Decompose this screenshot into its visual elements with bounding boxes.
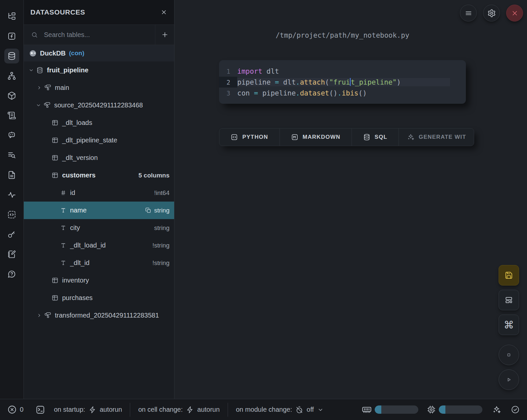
tree-row-inventory[interactable]: inventory [24,272,174,289]
runtime-config-on-module-change[interactable]: on module change:off [236,406,324,414]
save-button[interactable] [499,265,519,286]
chevron-down-icon[interactable] [28,67,36,73]
code-cell[interactable]: 1import dlt2pipeline = dlt.attach("fruit… [219,60,466,104]
close-panel-icon[interactable] [160,9,168,16]
tree-row-main[interactable]: main [24,79,174,96]
rail-item-database[interactable] [4,49,19,63]
schema-icon [44,102,51,109]
rail-item-key[interactable] [4,227,19,242]
chevron-down-icon[interactable] [36,102,44,108]
tree-row-meta: 5 columns [138,172,169,179]
menu-button[interactable] [460,5,477,21]
rail-item-bot[interactable] [4,128,19,143]
search-input[interactable] [38,25,155,45]
notebook-filename[interactable]: /tmp/project/path/my_notebook.py [219,31,466,39]
config-label: on module change: [236,406,292,413]
rail-item-list-search[interactable] [4,148,19,163]
copy-icon[interactable] [145,207,151,213]
tree-row-_dlt_id[interactable]: _dlt_id!string [24,254,174,272]
tree-row-_dlt_loads[interactable]: _dlt_loads [24,114,174,132]
engine-row-duckdb[interactable]: DuckDB (con) [24,45,174,61]
add-cell-button-label: GENERATE WIT [419,134,466,140]
bot-icon [7,131,16,140]
type-icon [60,207,66,213]
error-counter[interactable]: 0 [7,405,23,414]
tree-label: source_202504291112283468 [54,101,143,109]
tree-row-source_202504291112283468[interactable]: source_202504291112283468 [24,96,174,114]
tree-label: purchases [62,294,93,302]
add-cell-button-label: SQL [375,134,388,140]
sparkles-icon [492,405,501,414]
add-cell-sql-button[interactable]: SQL [352,129,398,146]
rail-item-help-circle[interactable] [4,267,19,282]
scroll-text-icon [7,111,16,120]
line-number: 1 [219,66,237,77]
settings-icon [487,9,496,18]
rail-item-function-square[interactable] [4,29,19,44]
rail-item-code-square-dashed[interactable] [4,207,19,222]
tree-row-id[interactable]: id!int64 [24,184,174,202]
tree-row-fruit_pipeline[interactable]: fruit_pipeline [24,61,174,79]
config-label: on cell change: [138,406,183,413]
panel-header: DATASOURCES [24,0,174,25]
add-cell-generate-wit-button[interactable]: GENERATE WIT [398,129,474,146]
tree-label: fruit_pipeline [47,66,89,74]
stop-button[interactable] [499,345,519,365]
rail-item-box[interactable] [4,88,19,103]
tree-row-meta: string [154,224,169,232]
rail-item-network[interactable] [4,68,19,83]
code-line-3: 3con = pipeline.dataset().ibis() [219,88,466,98]
tree-label: inventory [62,277,89,284]
tree-row-name[interactable]: namestring [24,202,174,219]
tree-label: id [70,189,75,197]
close-button[interactable] [506,5,523,21]
add-datasource-button[interactable] [155,25,174,45]
add-cell-python-button[interactable]: PYTHON [219,129,280,146]
runtime-config-on-startup[interactable]: on startup:autorun [54,406,122,414]
layout-icon [505,296,513,304]
terminal-button[interactable] [35,405,45,415]
config-value: autorun [100,406,122,413]
tree-row-transformed_202504291112283581[interactable]: transformed_202504291112283581 [24,307,174,324]
file-text-icon [7,171,16,179]
type-icon [60,260,66,266]
chevron-right-icon[interactable] [36,313,44,318]
chevron-right-icon[interactable] [36,85,44,91]
tree-row-customers[interactable]: customers5 columns [24,167,174,184]
menu-icon [465,9,472,17]
command-button[interactable]: ⌘ [499,315,519,335]
settings-button[interactable] [483,5,500,21]
tree-row-city[interactable]: citystring [24,219,174,237]
add-cell-markdown-button[interactable]: MARKDOWN [280,129,352,146]
sparkles-status-button[interactable] [492,405,501,414]
zap-icon [89,406,96,414]
rail-item-file-text[interactable] [4,168,19,182]
line-number: 2 [219,77,237,88]
code-square-dashed-icon [7,210,16,219]
rail-item-notebook-pen[interactable] [4,247,19,262]
tree-row-_dlt_version[interactable]: _dlt_version [24,149,174,167]
save-icon [505,271,513,280]
play-button[interactable] [499,369,519,390]
tree-label: _dlt_load_id [70,242,106,249]
layout-button[interactable] [499,290,519,310]
tree-row-purchases[interactable]: purchases [24,289,174,307]
runtime-config-on-cell-change[interactable]: on cell change:autorun [138,406,219,414]
add-cell-button-label: PYTHON [242,134,268,140]
type-icon [60,225,66,231]
tree-label: customers [62,172,95,179]
table-icon [52,154,58,161]
search-row [24,25,174,45]
network-icon [7,71,16,80]
rail-item-activity[interactable] [4,187,19,202]
database-icon [7,52,16,60]
tree-row-_dlt_pipeline_state[interactable]: _dlt_pipeline_state [24,132,174,149]
key-icon [7,230,16,239]
rail-item-scroll-text[interactable] [4,108,19,123]
tree-row-_dlt_load_id[interactable]: _dlt_load_id!string [24,237,174,254]
panel-title: DATASOURCES [30,8,85,16]
chevron-down-icon [317,406,324,413]
check-circle-icon [511,405,520,414]
rail-item-file-tree[interactable] [4,9,19,24]
engine-connection-badge: (con) [69,50,84,57]
